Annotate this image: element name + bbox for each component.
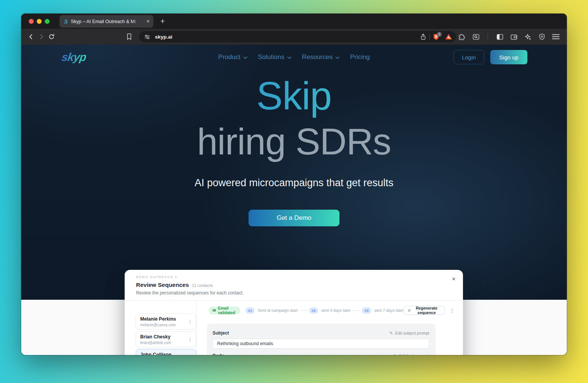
page-viewport: skyp Product Solutions Resources Pricing [21, 45, 567, 355]
browser-tab[interactable]: S Skyp – AI Email Outreach & Mi × [59, 15, 153, 28]
back-button[interactable] [26, 31, 36, 42]
skyp-logo[interactable]: skyp [61, 51, 87, 64]
body-label: Body [213, 353, 224, 355]
subject-label: Subject [213, 330, 229, 336]
new-tab-button[interactable]: + [160, 17, 165, 26]
nav-actions: Login Sign up [454, 50, 527, 64]
traffic-lights [29, 19, 50, 24]
minimize-window-button[interactable] [37, 19, 42, 24]
edit-subject-prompt-link[interactable]: ✎ Edit subject prompt [389, 331, 429, 336]
tab-title: Skyp – AI Email Outreach & Mi [71, 19, 136, 24]
hero-subtitle: AI powered microcampaigns that get resul… [21, 177, 567, 189]
extensions-puzzle-icon[interactable] [456, 31, 468, 42]
maximize-window-button[interactable] [45, 19, 50, 24]
sequence-steps-row: ✉ Email validated #1 Sent at campaign st… [209, 306, 455, 315]
edit-body-prompt-link[interactable]: ✎ Edit body prompt [393, 353, 429, 355]
brave-rewards-icon[interactable] [445, 33, 452, 40]
modal-close-icon[interactable]: × [452, 276, 455, 282]
chevron-down-icon [287, 56, 291, 59]
modal-title: Review Sequences [136, 282, 189, 288]
modal-description: Review the personalized sequences for ea… [136, 290, 452, 296]
contact-card-melanie[interactable]: Melanie Perkins melanie@canva.com ⋮ [136, 313, 196, 330]
shields-badge: 1 [437, 32, 442, 37]
tab-close-icon[interactable]: × [147, 19, 150, 24]
modal-header: DEMO OUTREACH 1 Review Sequences 11 cont… [125, 270, 463, 300]
hero-title-line2: hiring SDRs [21, 120, 567, 163]
contact-kebab-icon[interactable]: ⋮ [188, 337, 192, 342]
step-2-pill: #2 [309, 307, 319, 314]
reload-button[interactable] [47, 31, 57, 42]
step-connector [353, 310, 360, 311]
step-connector [300, 310, 307, 311]
regenerate-sequence-button[interactable]: Regenerate sequence [403, 306, 445, 315]
bookmark-button[interactable] [124, 31, 134, 42]
skyp-favicon-icon: S [64, 18, 68, 25]
toolbar-right-icons [456, 31, 561, 42]
email-validated-pill: ✉ Email validated [209, 307, 240, 314]
sequence-kebab-icon[interactable]: ⋮ [450, 308, 455, 313]
menu-item-pricing[interactable]: Pricing [350, 53, 370, 61]
envelope-icon: ✉ [213, 308, 216, 313]
chevron-down-icon [243, 56, 247, 59]
email-step-panel: Subject ✎ Edit subject prompt Body ✎ E [207, 324, 436, 355]
share-icon[interactable] [420, 33, 426, 40]
menu-item-resources[interactable]: Resources [302, 53, 339, 61]
sidebar-toggle-icon[interactable] [494, 31, 505, 42]
step-1-pill: #1 [246, 307, 255, 314]
sequence-panel: ✉ Email validated #1 Sent at campaign st… [197, 300, 465, 355]
browser-window: S Skyp – AI Email Outreach & Mi × + [21, 14, 567, 355]
hero-title-line1: Skip [21, 73, 567, 118]
contacts-count: 11 contacts [192, 283, 213, 288]
contact-card-brian[interactable]: Brian Chesky brian@airbnb.com ⋮ [136, 331, 196, 347]
pencil-icon: ✎ [389, 331, 393, 336]
menu-item-product[interactable]: Product [218, 53, 247, 61]
contact-kebab-icon[interactable]: ⋮ [188, 355, 192, 355]
browser-toolbar: skyp.ai 1 [21, 29, 567, 45]
signup-button[interactable]: Sign up [490, 50, 527, 64]
site-menu: Product Solutions Resources Pricing [218, 53, 370, 61]
subject-input[interactable] [213, 339, 429, 349]
brave-shields-icon[interactable]: 1 [433, 33, 439, 40]
url-bar[interactable]: skyp.ai 1 [139, 31, 456, 42]
close-window-button[interactable] [29, 19, 34, 24]
leo-ai-sparkle-icon[interactable] [522, 31, 533, 42]
chevron-down-icon [335, 56, 339, 59]
wallet-icon[interactable] [508, 31, 519, 42]
pencil-icon: ✎ [393, 353, 397, 355]
site-settings-icon[interactable] [144, 34, 150, 40]
refresh-icon [408, 308, 410, 313]
contacts-list: Melanie Perkins melanie@canva.com ⋮ Bria… [125, 300, 197, 355]
tab-title-wrap: Skyp – AI Email Outreach & Mi [71, 18, 141, 25]
tab-bar: S Skyp – AI Email Outreach & Mi × + [21, 14, 567, 29]
menu-hamburger-icon[interactable] [550, 31, 561, 42]
campaign-eyebrow: DEMO OUTREACH 1 [136, 275, 452, 279]
contact-card-john[interactable]: John Collison ⋮ [136, 349, 196, 355]
site-nav: skyp Product Solutions Resources Pricing [21, 45, 567, 70]
forward-button[interactable] [36, 31, 46, 42]
vpn-shield-icon[interactable] [536, 31, 547, 42]
url-text: skyp.ai [155, 34, 172, 40]
login-button[interactable]: Login [454, 50, 484, 64]
review-sequences-modal: DEMO OUTREACH 1 Review Sequences 11 cont… [125, 270, 463, 355]
contact-kebab-icon[interactable]: ⋮ [188, 319, 192, 324]
get-a-demo-button[interactable]: Get a Demo [249, 210, 339, 226]
search-panel-icon[interactable] [470, 31, 482, 42]
menu-item-solutions[interactable]: Solutions [258, 53, 291, 61]
step-3-pill: #3 [362, 307, 371, 314]
